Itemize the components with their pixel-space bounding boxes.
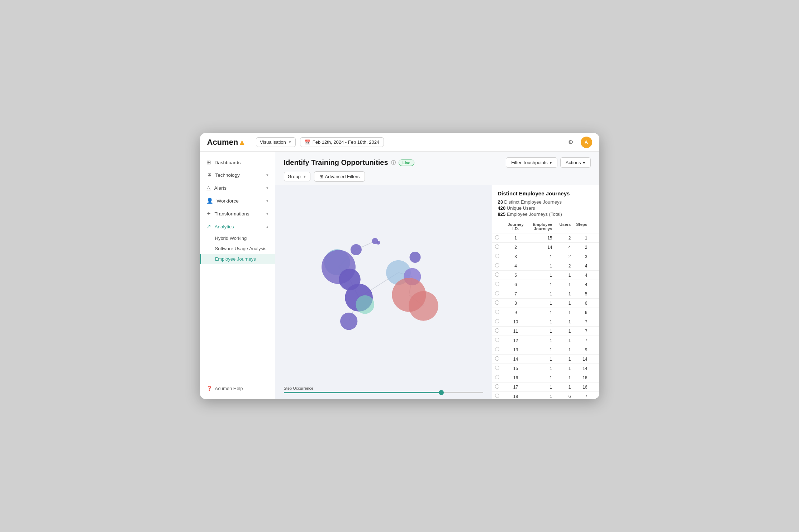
main-content: Identify Training Opportunities ⓘ Live F…: [275, 152, 599, 399]
filter-touchpoints-button[interactable]: Filter Touchpoints ▾: [506, 157, 557, 168]
help-link[interactable]: ❓ Acumen Help: [200, 382, 275, 395]
row-radio[interactable]: [495, 384, 499, 389]
table-row[interactable]: 1 15 2 1: [492, 233, 599, 243]
top-bar: Acumen▲ Visualisation ▼ 📅 Feb 12th, 2024…: [200, 133, 599, 152]
table-row[interactable]: 14 1 1 14: [492, 355, 599, 364]
row-radio[interactable]: [495, 366, 499, 370]
date-range-picker[interactable]: 📅 Feb 12th, 2024 - Feb 18th, 2024: [300, 137, 384, 147]
row-radio[interactable]: [495, 235, 499, 239]
chevron-right-icon: ▾: [266, 212, 268, 216]
monitor-icon: 🖥: [206, 172, 212, 178]
table-row[interactable]: 8 1 1 6: [492, 299, 599, 308]
content-header: Identify Training Opportunities ⓘ Live F…: [275, 152, 599, 185]
page-title: Identify Training Opportunities ⓘ Live: [284, 158, 414, 167]
svg-point-22: [409, 252, 420, 263]
panel-title: Distinct Employee Journeys: [498, 190, 594, 196]
settings-button[interactable]: ⚙: [565, 137, 576, 148]
table-row[interactable]: 15 1 1 14: [492, 364, 599, 373]
chevron-down-icon: ▾: [583, 160, 585, 165]
row-radio[interactable]: [495, 394, 499, 398]
actions-button[interactable]: Actions ▾: [560, 157, 591, 168]
slider-track: [284, 392, 483, 393]
row-radio[interactable]: [495, 263, 499, 267]
sidebar-item-transformations[interactable]: ✦ Transformations ▾: [200, 207, 275, 220]
sidebar-item-software-usage[interactable]: Software Usage Analysis: [200, 243, 275, 254]
distinct-stat: 23 Distinct Employee Journeys: [498, 199, 594, 205]
row-radio[interactable]: [495, 319, 499, 323]
network-graph: [275, 185, 492, 399]
table-body: 1 15 2 1 2 14 4 2 3 1 2 3 4 1 2 4 5 1 1 …: [492, 233, 599, 399]
table-header: Journey I.D. Employee Journeys Users Ste…: [492, 220, 599, 233]
journeys-table: Journey I.D. Employee Journeys Users Ste…: [492, 220, 599, 399]
chevron-down-icon: ▼: [303, 175, 306, 179]
table-row[interactable]: 12 1 1 7: [492, 336, 599, 345]
table-row[interactable]: 6 1 1 4: [492, 280, 599, 289]
advanced-filters-button[interactable]: ⊞ Advanced Filters: [314, 171, 365, 182]
table-row[interactable]: 17 1 1 16: [492, 383, 599, 392]
avatar[interactable]: A: [581, 137, 592, 148]
table-row[interactable]: 13 1 1 9: [492, 345, 599, 355]
slider-thumb[interactable]: [439, 390, 444, 395]
panel-header: Distinct Employee Journeys 23 Distinct E…: [492, 185, 599, 220]
row-radio[interactable]: [495, 282, 499, 286]
transform-icon: ✦: [206, 210, 211, 217]
row-radio[interactable]: [495, 310, 499, 314]
sidebar-item-analytics[interactable]: ↗ Analytics ▴: [200, 220, 275, 233]
right-panel: Distinct Employee Journeys 23 Distinct E…: [492, 185, 599, 399]
table-row[interactable]: 2 14 4 2: [492, 243, 599, 252]
visualisation-dropdown[interactable]: Visualisation ▼: [256, 137, 296, 147]
table-row[interactable]: 7 1 1 5: [492, 289, 599, 299]
total-stat: 825 Employee Journeys (Total): [498, 212, 594, 217]
svg-point-21: [408, 291, 438, 321]
app-body: ⊞ Dashboards 🖥 Technology ▾ △ Alerts ▾ 👤…: [200, 152, 599, 399]
sidebar-item-workforce[interactable]: 👤 Workforce ▾: [200, 194, 275, 207]
chevron-up-icon: ▴: [266, 224, 268, 229]
sidebar-item-hybrid-working[interactable]: Hybrid Working: [200, 233, 275, 243]
sidebar-item-dashboards[interactable]: ⊞ Dashboards: [200, 156, 275, 169]
group-dropdown[interactable]: Group ▼: [284, 172, 310, 181]
table-row[interactable]: 9 1 1 6: [492, 308, 599, 317]
sidebar-item-employee-journeys[interactable]: Employee Journeys: [200, 254, 275, 264]
chevron-right-icon: ▾: [266, 173, 268, 177]
table-row[interactable]: 5 1 1 4: [492, 271, 599, 280]
person-icon: 👤: [206, 198, 213, 204]
chevron-down-icon: ▾: [550, 160, 552, 165]
filter-icon: ⊞: [319, 174, 323, 179]
top-right-controls: ⚙ A: [565, 137, 592, 148]
row-radio[interactable]: [495, 356, 499, 361]
row-radio[interactable]: [495, 254, 499, 258]
content-area: Step Occurrence Distinct Employee Journe…: [275, 185, 599, 399]
row-radio[interactable]: [495, 338, 499, 342]
step-occurrence-control: Step Occurrence: [284, 386, 483, 393]
alert-icon: △: [206, 185, 211, 191]
svg-point-11: [350, 244, 361, 255]
row-radio[interactable]: [495, 347, 499, 351]
svg-point-13: [376, 241, 380, 244]
help-icon: ❓: [206, 386, 212, 391]
row-radio[interactable]: [495, 328, 499, 333]
table-row[interactable]: 3 1 2 3: [492, 252, 599, 261]
header-buttons: Filter Touchpoints ▾ Actions ▾: [506, 157, 590, 168]
row-radio[interactable]: [495, 244, 499, 249]
svg-point-16: [356, 295, 374, 314]
table-row[interactable]: 18 1 6 7: [492, 392, 599, 399]
table-row[interactable]: 11 1 1 7: [492, 327, 599, 336]
table-row[interactable]: 4 1 2 4: [492, 261, 599, 271]
stats-row: 23 Distinct Employee Journeys 420 Unique…: [498, 199, 594, 217]
row-radio[interactable]: [495, 291, 499, 295]
row-radio[interactable]: [495, 375, 499, 379]
row-radio[interactable]: [495, 300, 499, 305]
svg-point-17: [340, 313, 357, 330]
visualization-area: Step Occurrence: [275, 185, 492, 399]
calendar-icon: 📅: [305, 139, 310, 145]
sidebar-item-alerts[interactable]: △ Alerts ▾: [200, 181, 275, 194]
live-badge: Live: [399, 160, 414, 166]
row-radio[interactable]: [495, 272, 499, 277]
table-row[interactable]: 10 1 1 7: [492, 317, 599, 327]
sidebar-item-technology[interactable]: 🖥 Technology ▾: [200, 169, 275, 181]
info-icon[interactable]: ⓘ: [391, 160, 396, 166]
chevron-right-icon: ▾: [266, 186, 268, 190]
sidebar: ⊞ Dashboards 🖥 Technology ▾ △ Alerts ▾ 👤…: [200, 152, 275, 399]
table-row[interactable]: 16 1 1 16: [492, 373, 599, 383]
logo-accent: ▲: [238, 138, 246, 147]
